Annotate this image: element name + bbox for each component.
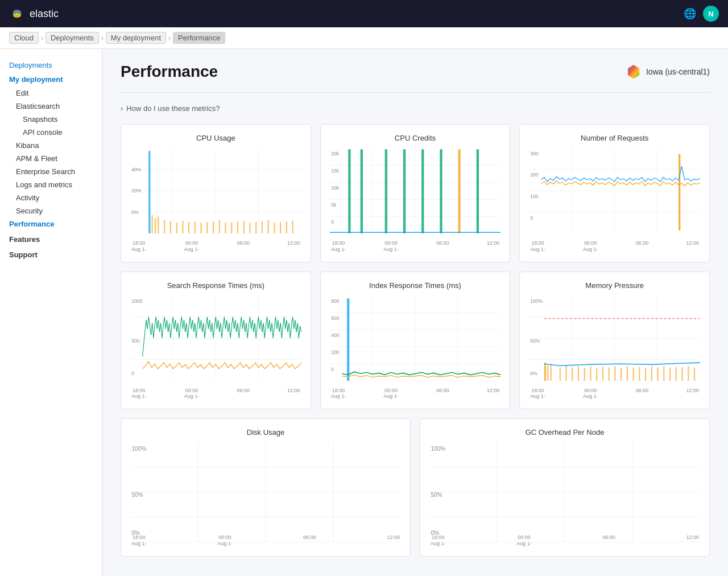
main-layout: Deployments My deployment Edit Elasticse… bbox=[0, 49, 728, 576]
svg-rect-136 bbox=[688, 366, 689, 381]
svg-rect-133 bbox=[669, 367, 671, 381]
chart-search-response-container: 1000 500 0 bbox=[130, 295, 301, 386]
chart-cpu-credits-title: CPU Credits bbox=[330, 134, 501, 142]
svg-text:500: 500 bbox=[131, 338, 140, 343]
x-label: 00:00Aug 1- bbox=[583, 388, 598, 400]
svg-rect-21 bbox=[164, 220, 165, 234]
main-content: Performance Iowa (us-central bbox=[102, 49, 728, 576]
user-avatar[interactable]: N bbox=[703, 6, 719, 22]
svg-text:600: 600 bbox=[331, 315, 340, 321]
chart-memory-pressure-svg: 100% 50% 0% bbox=[529, 295, 700, 381]
chart-memory-pressure-container: 100% 50% 0% bbox=[529, 295, 700, 386]
sidebar-item-logs-metrics[interactable]: Logs and metrics bbox=[0, 178, 102, 191]
x-label: 12:00 bbox=[686, 388, 699, 400]
globe-icon[interactable]: 🌐 bbox=[684, 7, 696, 20]
chart-index-response: Index Response Times (ms) 800 600 400 bbox=[320, 271, 511, 410]
svg-point-4 bbox=[14, 11, 20, 14]
sidebar-my-deployment-link[interactable]: My deployment bbox=[0, 72, 102, 87]
sidebar-item-apm-fleet[interactable]: APM & Fleet bbox=[0, 152, 102, 165]
svg-rect-63 bbox=[476, 149, 478, 233]
breadcrumb-sep-1: › bbox=[41, 34, 43, 42]
elastic-logo-icon bbox=[9, 6, 25, 22]
svg-rect-134 bbox=[676, 367, 677, 381]
charts-row-1: CPU Usage 40% 20% bbox=[121, 124, 710, 262]
x-label: 00:00Aug 1- bbox=[184, 240, 200, 253]
page-title: Performance bbox=[121, 63, 218, 81]
chart-search-response: Search Response Times (ms) 1000 500 0 bbox=[121, 271, 311, 410]
svg-text:100%: 100% bbox=[530, 298, 543, 303]
svg-rect-42 bbox=[292, 221, 293, 234]
metrics-help-toggle[interactable]: › How do I use these metrics? bbox=[121, 104, 710, 113]
svg-rect-30 bbox=[219, 220, 220, 234]
svg-rect-32 bbox=[231, 222, 232, 233]
svg-rect-130 bbox=[651, 366, 652, 381]
svg-rect-112 bbox=[544, 363, 546, 381]
svg-text:0%: 0% bbox=[431, 530, 440, 536]
breadcrumb-my-deployment[interactable]: My deployment bbox=[106, 32, 166, 44]
chart-cpu-credits-svg: 20k 15k 10k 5k 0 bbox=[330, 148, 501, 233]
svg-rect-40 bbox=[280, 222, 281, 233]
svg-text:100%: 100% bbox=[132, 446, 147, 452]
sidebar-item-edit[interactable]: Edit bbox=[0, 87, 102, 100]
svg-rect-20 bbox=[158, 216, 159, 233]
chart-gc-overhead-container: 100% 50% 0% bbox=[429, 442, 700, 533]
sidebar-item-enterprise-search[interactable]: Enterprise Search bbox=[0, 165, 102, 178]
svg-rect-58 bbox=[384, 149, 387, 233]
chart-cpu-usage-svg: 40% 20% 0% bbox=[130, 148, 301, 233]
sidebar-item-snapshots[interactable]: Snapshots bbox=[0, 113, 102, 126]
svg-rect-28 bbox=[206, 222, 208, 233]
svg-text:0: 0 bbox=[131, 370, 134, 376]
breadcrumb-cloud[interactable]: Cloud bbox=[9, 32, 39, 44]
chart-index-response-title: Index Response Times (ms) bbox=[330, 281, 501, 290]
chart-requests-svg: 300 200 100 0 bbox=[529, 148, 700, 233]
nav-actions: 🌐 N bbox=[684, 6, 719, 22]
chart-cpu-usage: CPU Usage 40% 20% bbox=[121, 124, 311, 262]
svg-rect-135 bbox=[682, 367, 683, 381]
sidebar-item-performance[interactable]: Performance bbox=[0, 217, 102, 231]
x-label: 06:00 bbox=[237, 240, 250, 253]
metrics-help-text: How do I use these metrics? bbox=[126, 104, 220, 113]
svg-rect-23 bbox=[176, 223, 177, 233]
chart-disk-usage-title: Disk Usage bbox=[130, 428, 401, 437]
sidebar-item-activity[interactable]: Activity bbox=[0, 191, 102, 204]
svg-rect-129 bbox=[645, 367, 646, 381]
sidebar-deployments-link[interactable]: Deployments bbox=[0, 58, 102, 72]
region-name: Iowa (us-central1) bbox=[646, 67, 710, 76]
chart-memory-pressure-xlabels: 18:00Aug 1- 00:00Aug 1- 06:00 12:00 bbox=[529, 388, 700, 400]
sidebar-section-features: Features bbox=[0, 231, 102, 246]
chart-gc-overhead-svg: 100% 50% 0% bbox=[429, 442, 700, 542]
svg-text:40%: 40% bbox=[131, 167, 142, 172]
chart-cpu-usage-title: CPU Usage bbox=[130, 134, 301, 142]
x-label: 12:00 bbox=[487, 240, 500, 253]
sidebar-item-security[interactable]: Security bbox=[0, 204, 102, 217]
chart-disk-usage: Disk Usage 100% 50% 0% bbox=[121, 418, 411, 557]
svg-rect-76 bbox=[679, 154, 680, 231]
svg-text:50%: 50% bbox=[132, 492, 143, 499]
svg-rect-127 bbox=[633, 367, 634, 381]
svg-rect-38 bbox=[268, 220, 269, 234]
sidebar-item-elasticsearch[interactable]: Elasticsearch bbox=[0, 100, 102, 113]
breadcrumb: Cloud › Deployments › My deployment › Pe… bbox=[0, 27, 728, 49]
svg-rect-62 bbox=[458, 149, 460, 233]
sidebar-item-kibana[interactable]: Kibana bbox=[0, 139, 102, 152]
svg-text:100%: 100% bbox=[431, 446, 446, 452]
breadcrumb-deployments[interactable]: Deployments bbox=[46, 32, 99, 44]
svg-rect-100 bbox=[347, 298, 349, 381]
sidebar-item-api-console[interactable]: API console bbox=[0, 126, 102, 139]
svg-rect-18 bbox=[152, 215, 153, 233]
svg-rect-31 bbox=[225, 223, 226, 233]
svg-rect-122 bbox=[602, 367, 603, 381]
chart-search-response-svg: 1000 500 0 bbox=[130, 295, 301, 381]
svg-rect-39 bbox=[274, 223, 275, 233]
svg-text:100: 100 bbox=[530, 194, 539, 199]
svg-rect-126 bbox=[627, 366, 628, 381]
header-divider bbox=[121, 92, 710, 93]
chart-disk-usage-svg: 100% 50% 0% bbox=[130, 442, 401, 542]
chart-index-response-svg: 800 600 400 200 0 bbox=[330, 295, 501, 381]
svg-rect-128 bbox=[639, 367, 640, 381]
chart-memory-pressure-title: Memory Pressure bbox=[529, 281, 700, 290]
chart-index-response-container: 800 600 400 200 0 bbox=[330, 295, 501, 386]
chart-gc-overhead-title: GC Overhead Per Node bbox=[429, 428, 700, 437]
chart-cpu-credits-container: 20k 15k 10k 5k 0 bbox=[330, 148, 501, 239]
svg-rect-17 bbox=[148, 151, 150, 233]
